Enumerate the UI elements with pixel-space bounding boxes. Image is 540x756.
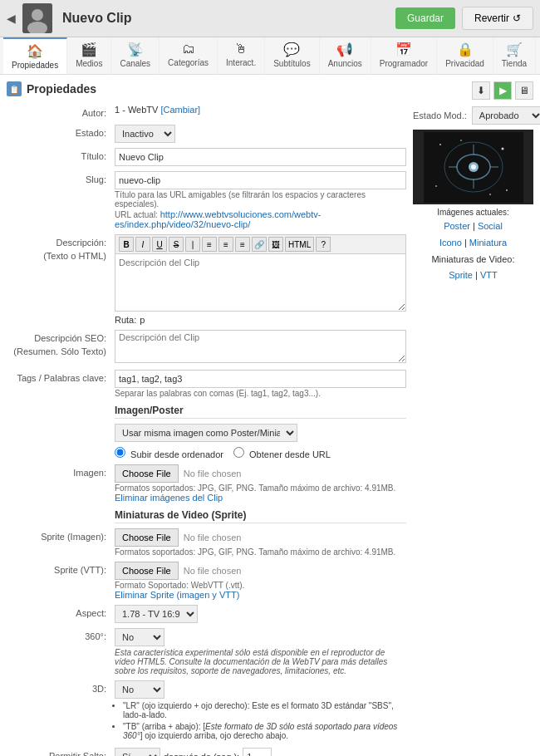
privacidad-icon: 🔒: [457, 42, 474, 57]
side-icon-2[interactable]: ▶: [493, 81, 512, 100]
vtt-link[interactable]: VTT: [480, 270, 498, 280]
360-select[interactable]: No Sí: [115, 628, 164, 646]
autor-label: Autor:: [7, 105, 115, 120]
tienda-icon: 🛒: [506, 42, 523, 57]
svg-point-14: [435, 185, 437, 187]
revertir-button[interactable]: Revertir ↺: [462, 7, 533, 30]
canales-icon: 📡: [127, 42, 144, 57]
link-btn[interactable]: 🔗: [252, 237, 267, 252]
tab-categorias[interactable]: 🗂 Categorías: [160, 37, 218, 74]
subtitulos-icon: 💬: [283, 42, 300, 57]
descripcion-seo-row: Descripción SEO: (Resumen. Sólo Texto): [7, 330, 406, 365]
tab-tienda[interactable]: 🛒 Tienda: [493, 37, 536, 74]
bold-btn[interactable]: B: [119, 237, 134, 252]
poster-link[interactable]: Poster: [444, 221, 470, 231]
360-label: 360°:: [7, 628, 115, 643]
sprite-formatos: Formatos soportados: JPG, GIF, PNG. Tama…: [115, 547, 406, 557]
section-icon: 📋: [7, 81, 22, 96]
titulo-row: Título:: [7, 148, 406, 166]
back-arrow[interactable]: ◀: [7, 12, 16, 25]
side-icon-1[interactable]: ⬇: [472, 81, 490, 100]
poster-option-row: Usar misma imagen como Poster/Miniatura …: [7, 424, 406, 442]
align-left-btn[interactable]: ≡: [202, 237, 217, 252]
radio-subir[interactable]: [115, 447, 125, 458]
aspect-select[interactable]: 1.78 - TV 16:9 1.33 - TV 4:3 2.35 - Cine…: [115, 605, 198, 623]
tab-interact[interactable]: 🖱 Interact.: [218, 37, 265, 74]
tab-info[interactable]: ℹ Info: [536, 37, 540, 74]
descripcion-label: Descripción: (Texto o HTML): [7, 234, 115, 263]
ruta-label: Ruta:: [115, 315, 136, 325]
despues-label: después de (seg.):: [164, 752, 239, 756]
svg-point-13: [501, 147, 503, 150]
aspect-label: Aspect:: [7, 605, 115, 620]
underline-btn[interactable]: U: [152, 237, 167, 252]
propiedades-icon: 🏠: [27, 43, 43, 59]
strikethrough-btn[interactable]: S: [169, 237, 184, 252]
html-btn[interactable]: HTML: [285, 237, 314, 252]
autor-value: 1 - WebTV: [115, 105, 158, 115]
align-center-btn[interactable]: ≡: [218, 237, 233, 252]
programador-icon: 📅: [395, 42, 412, 57]
permitir-salto-select[interactable]: Sí No: [115, 748, 160, 756]
refresh-icon: ↺: [513, 12, 521, 24]
page-title: Nuevo Clip: [62, 11, 389, 26]
upload-method-group: Subir desde ordenador Obtener desde URL: [115, 447, 406, 459]
titulo-input[interactable]: [115, 148, 406, 166]
sprite-vtt-row: Sprite (VTT): Choose File No file chosen…: [7, 562, 406, 600]
cambiar-link[interactable]: [Cambiar]: [160, 105, 200, 115]
image-btn[interactable]: 🖼: [268, 237, 283, 252]
descripcion-seo-textarea[interactable]: [115, 330, 406, 363]
sprite-choose-btn[interactable]: Choose File: [115, 528, 179, 547]
radio-url[interactable]: [233, 447, 244, 458]
eliminar-imagenes-link[interactable]: Eliminar imágenes del Clip: [115, 493, 223, 503]
estado-mod-select[interactable]: Aprobado Pendiente Rechazado: [472, 106, 540, 125]
autor-row: Autor: 1 - WebTV [Cambiar]: [7, 105, 406, 120]
descripcion-textarea[interactable]: [115, 253, 406, 312]
social-link[interactable]: Social: [478, 221, 503, 231]
side-icons: ⬇ ▶ 🖥: [413, 81, 533, 100]
permitir-salto-label: Permitir Salto:: [7, 748, 115, 756]
estado-select[interactable]: Inactivo Activo Borrador: [115, 125, 175, 143]
nav-tabs: 🏠 Propiedades 🎬 Medios 📡 Canales 🗂 Categ…: [0, 37, 540, 75]
imagen-choose-file-btn[interactable]: Choose File: [115, 464, 179, 483]
aspect-row: Aspect: 1.78 - TV 16:9 1.33 - TV 4:3 2.3…: [7, 605, 406, 623]
3d-label: 3D:: [7, 680, 115, 695]
side-icon-3[interactable]: 🖥: [515, 81, 533, 100]
360-info: Esta característica experimental sólo es…: [115, 648, 406, 675]
guardar-button[interactable]: Guardar: [395, 7, 455, 29]
tab-medios[interactable]: 🎬 Medios: [67, 37, 111, 74]
tab-anuncios[interactable]: 📢 Anuncios: [320, 37, 371, 74]
imagen-formatos: Formatos soportados: JPG, GIF, PNG. Tama…: [115, 484, 406, 493]
miniatura-link[interactable]: Miniatura: [469, 238, 507, 248]
svg-point-7: [471, 164, 476, 169]
tags-label: Tags / Palabras clave:: [7, 370, 115, 385]
imagen-row: Imagen: Choose File No file chosen Forma…: [7, 464, 406, 503]
tags-input[interactable]: [115, 370, 406, 388]
slug-input[interactable]: [115, 171, 406, 189]
svg-point-12: [439, 144, 441, 145]
tab-canales[interactable]: 📡 Canales: [111, 37, 160, 74]
align-right-btn[interactable]: ≡: [235, 237, 250, 252]
tab-programador[interactable]: 📅 Programador: [371, 37, 437, 74]
section-header: 📋 Propiedades: [7, 81, 406, 96]
miniaturas-video-label: Miniaturas de Video:: [431, 254, 514, 264]
poster-option-select[interactable]: Usar misma imagen como Poster/Miniatura …: [115, 424, 297, 442]
italic-btn[interactable]: I: [135, 237, 150, 252]
tab-subtitulos[interactable]: 💬 Subtítulos: [265, 37, 319, 74]
estado-row: Estado: Inactivo Activo Borrador: [7, 125, 406, 143]
imagenes-actuales-label: Imágenes actuales:: [413, 208, 533, 217]
avatar: [22, 3, 52, 33]
titulo-label: Título:: [7, 148, 115, 163]
sprite-link[interactable]: Sprite: [449, 270, 473, 280]
despues-input[interactable]: [243, 748, 272, 756]
imagen-no-file: No file chosen: [184, 469, 242, 479]
estado-mod-label: Estado Mod.:: [413, 110, 467, 120]
tab-propiedades[interactable]: 🏠 Propiedades: [3, 37, 67, 74]
eliminar-sprite-link[interactable]: Eliminar Sprite (imagen y VTT): [115, 590, 239, 600]
tab-privacidad[interactable]: 🔒 Privacidad: [437, 37, 493, 74]
help-btn[interactable]: ?: [316, 237, 331, 252]
icono-link[interactable]: Icono: [439, 238, 462, 248]
3d-select[interactable]: No Sí: [115, 680, 164, 699]
tags-row: Tags / Palabras clave: Separar las palab…: [7, 370, 406, 398]
sprite-vtt-choose-btn[interactable]: Choose File: [115, 562, 179, 580]
